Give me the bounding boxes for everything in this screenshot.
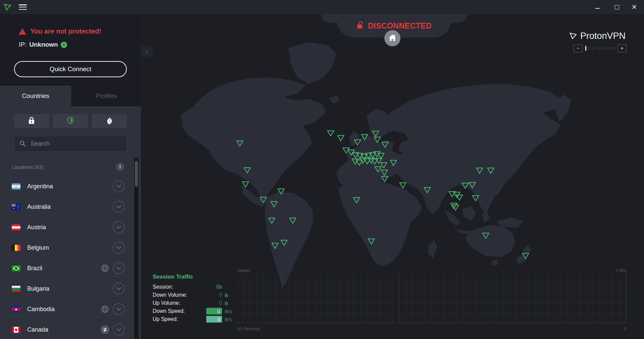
- session-row: Session:0s: [153, 283, 240, 291]
- chevron-down-icon: [116, 265, 121, 271]
- server-location-marker[interactable]: [482, 233, 489, 240]
- flag-bg-icon: [12, 286, 20, 292]
- country-name: Belgium: [27, 244, 49, 251]
- country-row-kh[interactable]: Cambodia: [0, 299, 134, 320]
- quick-connect-button[interactable]: Quick Connect: [14, 61, 127, 77]
- server-location-marker[interactable]: [424, 187, 431, 195]
- session-row-label: Down Speed:: [153, 308, 196, 314]
- filter-shield-button[interactable]: [53, 114, 88, 128]
- server-location-marker[interactable]: [361, 134, 368, 142]
- hamburger-menu-icon[interactable]: [19, 4, 27, 10]
- expand-country-button[interactable]: [113, 180, 125, 192]
- server-location-marker[interactable]: [469, 182, 476, 190]
- speed-badge: 0: [206, 308, 222, 314]
- world-map: DISCONNECTED ‹ ProtonVPN − + Session Tra…: [141, 14, 644, 339]
- close-button[interactable]: ✕: [627, 0, 642, 14]
- server-location-marker[interactable]: [381, 142, 389, 149]
- server-location-marker[interactable]: [236, 140, 244, 148]
- flag-ca-icon: [12, 327, 20, 333]
- server-location-marker[interactable]: [476, 167, 483, 175]
- server-location-marker[interactable]: [277, 188, 285, 196]
- server-location-marker[interactable]: [289, 217, 297, 225]
- country-name: Australia: [27, 203, 51, 210]
- tor-onion-icon: [107, 117, 112, 126]
- ip-label: IP:: [19, 41, 26, 48]
- speed-max-label: 0 B/s: [616, 268, 626, 273]
- search-input[interactable]: [31, 140, 114, 147]
- server-location-marker[interactable]: [368, 238, 375, 246]
- server-location-marker[interactable]: [452, 204, 459, 212]
- not-protected-warning: You are not protected!: [30, 28, 101, 35]
- minimize-button[interactable]: [590, 0, 605, 14]
- country-name: Cambodia: [27, 306, 55, 313]
- expand-country-button[interactable]: [113, 262, 125, 274]
- server-location-marker[interactable]: [390, 160, 397, 167]
- globe-icon[interactable]: [101, 264, 109, 273]
- filter-tor-button[interactable]: [92, 114, 127, 128]
- scrollbar-thumb[interactable]: [135, 161, 138, 187]
- server-location-marker[interactable]: [271, 243, 279, 250]
- country-row-be[interactable]: Belgium: [0, 238, 134, 258]
- expand-country-button[interactable]: [113, 201, 125, 213]
- server-location-marker[interactable]: [374, 137, 381, 144]
- speed-graph: [237, 274, 626, 323]
- server-location-marker[interactable]: [487, 167, 494, 175]
- server-location-marker[interactable]: [353, 197, 360, 205]
- server-location-marker[interactable]: [399, 182, 407, 190]
- country-name: Austria: [27, 224, 46, 231]
- globe-icon[interactable]: [101, 305, 109, 313]
- server-location-marker[interactable]: [352, 158, 359, 166]
- server-location-marker[interactable]: [522, 253, 529, 260]
- scrollbar-track[interactable]: [134, 158, 139, 339]
- country-row-au[interactable]: Australia: [0, 197, 134, 217]
- country-name: Bulgaria: [27, 285, 49, 292]
- server-location-marker[interactable]: [280, 240, 288, 247]
- server-location-marker[interactable]: [337, 135, 344, 143]
- server-location-marker[interactable]: [327, 130, 334, 138]
- server-location-marker[interactable]: [472, 195, 479, 203]
- flag-kh-icon: [12, 306, 20, 312]
- country-row-ca[interactable]: Canada: [0, 320, 134, 339]
- expand-country-button[interactable]: [113, 283, 125, 295]
- warning-icon: [19, 28, 26, 35]
- expand-country-button[interactable]: [113, 324, 125, 336]
- server-location-marker[interactable]: [244, 167, 251, 175]
- tab-countries[interactable]: Countries: [0, 86, 71, 106]
- session-traffic-title: Session Traffic: [153, 274, 240, 280]
- server-location-marker[interactable]: [268, 217, 275, 225]
- session-row-label: Down Volume:: [153, 292, 196, 298]
- p2p-arrows-icon[interactable]: [101, 325, 109, 334]
- server-location-marker[interactable]: [381, 176, 388, 184]
- country-row-bg[interactable]: Bulgaria: [0, 279, 134, 299]
- flag-at-icon: [12, 224, 20, 231]
- speed-axis-label: Speed: [237, 268, 250, 273]
- server-location-marker[interactable]: [456, 194, 463, 202]
- locations-info-icon[interactable]: i: [116, 163, 124, 171]
- server-location-marker[interactable]: [270, 201, 278, 209]
- expand-country-button[interactable]: [113, 221, 125, 233]
- flag-be-icon: [12, 245, 20, 251]
- session-row-label: Up Speed:: [153, 316, 196, 322]
- country-name: Canada: [27, 326, 48, 333]
- flag-ar-icon: [12, 183, 20, 190]
- ip-info-icon[interactable]: i: [61, 42, 67, 48]
- chevron-down-icon: [116, 245, 121, 251]
- locations-header: Locations (63) i: [0, 158, 134, 176]
- server-location-marker[interactable]: [354, 139, 361, 147]
- connection-status-panel: You are not protected! IP: Unknown i Qui…: [0, 14, 141, 86]
- time-zero-label: 0: [624, 326, 626, 331]
- maximize-button[interactable]: [609, 0, 625, 14]
- expand-country-button[interactable]: [113, 303, 125, 315]
- speed-badge: 0: [206, 316, 222, 323]
- country-row-br[interactable]: Brazil: [0, 258, 134, 279]
- country-row-ar[interactable]: Argentina: [0, 176, 134, 197]
- server-location-marker[interactable]: [242, 181, 249, 189]
- tab-profiles[interactable]: Profiles: [71, 86, 141, 106]
- server-location-marker[interactable]: [462, 183, 469, 190]
- server-location-marker[interactable]: [260, 197, 267, 204]
- country-row-at[interactable]: Austria: [0, 217, 134, 238]
- country-list: ArgentinaAustraliaAustriaBelgiumBrazilBu…: [0, 176, 134, 339]
- session-row: Down Speed:0B/s: [153, 307, 240, 315]
- expand-country-button[interactable]: [113, 242, 125, 254]
- filter-secure-core-button[interactable]: [14, 114, 49, 128]
